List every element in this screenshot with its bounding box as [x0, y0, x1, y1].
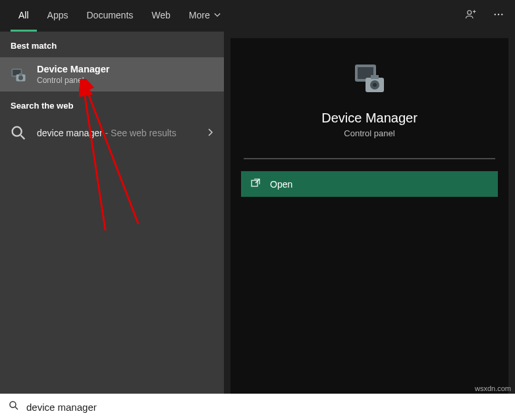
open-icon: [250, 178, 261, 190]
search-web-header: Search the web: [0, 92, 224, 117]
search-results-area: Best match Device Manager Control panel …: [0, 32, 515, 394]
feedback-icon[interactable]: [465, 9, 477, 23]
detail-subtitle: Control panel: [344, 128, 394, 138]
more-options-icon[interactable]: [493, 9, 504, 23]
tab-more-label: More: [189, 10, 210, 20]
detail-device-manager-icon: [351, 59, 388, 96]
svg-point-14: [373, 83, 377, 87]
tab-web[interactable]: Web: [144, 0, 178, 32]
best-match-header: Best match: [0, 32, 224, 57]
results-left-pane: Best match Device Manager Control panel …: [0, 32, 224, 394]
svg-point-3: [501, 14, 502, 15]
tab-more[interactable]: More: [181, 0, 229, 32]
open-label: Open: [270, 179, 292, 190]
svg-point-7: [18, 76, 23, 80]
watermark: wsxdn.com: [475, 384, 511, 392]
top-tab-bar: All Apps Documents Web More: [0, 0, 515, 32]
detail-pane: Device Manager Control panel Open: [230, 38, 508, 394]
svg-rect-16: [252, 180, 258, 186]
search-icon: [9, 124, 28, 142]
detail-divider: [244, 158, 495, 159]
svg-rect-15: [371, 75, 379, 79]
device-manager-icon: [9, 65, 28, 84]
search-bar[interactable]: [0, 394, 515, 420]
search-scope-tabs: All Apps Documents Web More: [11, 0, 465, 32]
best-match-subtitle: Control panel: [37, 76, 215, 85]
web-result-query: device manager: [37, 128, 103, 138]
search-icon: [8, 400, 20, 414]
svg-point-0: [468, 11, 472, 14]
tab-documents[interactable]: Documents: [78, 0, 141, 32]
search-input[interactable]: [26, 402, 507, 413]
chevron-down-icon: [214, 10, 221, 20]
tab-all[interactable]: All: [11, 0, 37, 32]
best-match-result[interactable]: Device Manager Control panel: [0, 57, 224, 92]
web-result-text: device manager - See web results: [37, 128, 198, 138]
web-result[interactable]: device manager - See web results: [0, 117, 224, 149]
svg-point-9: [13, 127, 22, 136]
tab-apps[interactable]: Apps: [40, 0, 76, 32]
best-match-title: Device Manager: [37, 64, 215, 74]
svg-point-2: [498, 14, 499, 15]
open-button[interactable]: Open: [241, 171, 498, 197]
svg-point-1: [495, 14, 496, 15]
svg-rect-8: [19, 73, 22, 76]
detail-title: Device Manager: [321, 111, 418, 126]
svg-point-17: [10, 402, 16, 407]
web-result-suffix: - See web results: [103, 128, 176, 138]
chevron-right-icon: [207, 127, 215, 139]
